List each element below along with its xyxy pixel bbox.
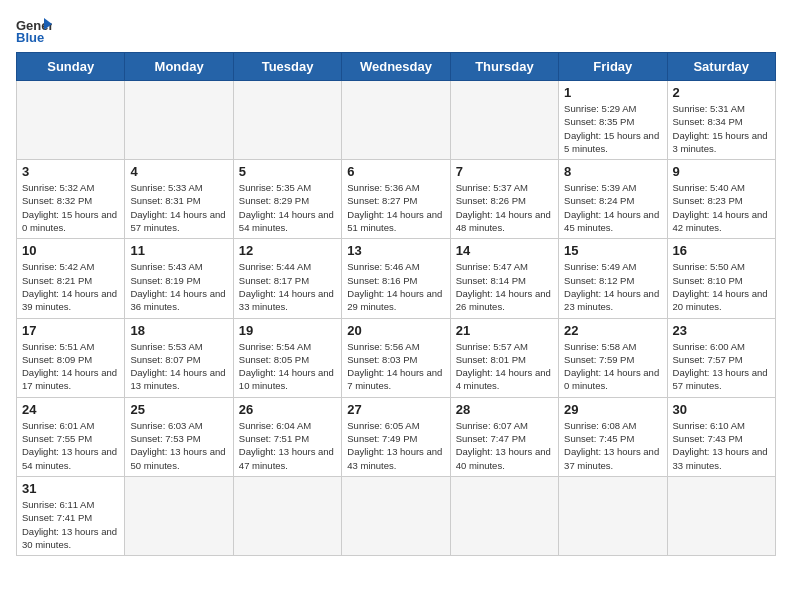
day-header-tuesday: Tuesday	[233, 53, 341, 81]
calendar-week-6: 31Sunrise: 6:11 AM Sunset: 7:41 PM Dayli…	[17, 476, 776, 555]
day-header-friday: Friday	[559, 53, 667, 81]
calendar-cell	[233, 476, 341, 555]
calendar-cell: 13Sunrise: 5:46 AM Sunset: 8:16 PM Dayli…	[342, 239, 450, 318]
day-number: 24	[22, 402, 119, 417]
cell-sun-info: Sunrise: 6:11 AM Sunset: 7:41 PM Dayligh…	[22, 498, 119, 551]
day-number: 26	[239, 402, 336, 417]
calendar-cell	[450, 476, 558, 555]
day-number: 17	[22, 323, 119, 338]
day-header-monday: Monday	[125, 53, 233, 81]
cell-sun-info: Sunrise: 5:44 AM Sunset: 8:17 PM Dayligh…	[239, 260, 336, 313]
day-number: 30	[673, 402, 770, 417]
calendar-cell: 10Sunrise: 5:42 AM Sunset: 8:21 PM Dayli…	[17, 239, 125, 318]
calendar-cell	[667, 476, 775, 555]
day-number: 23	[673, 323, 770, 338]
day-number: 29	[564, 402, 661, 417]
calendar-cell: 14Sunrise: 5:47 AM Sunset: 8:14 PM Dayli…	[450, 239, 558, 318]
cell-sun-info: Sunrise: 6:03 AM Sunset: 7:53 PM Dayligh…	[130, 419, 227, 472]
calendar-week-1: 1Sunrise: 5:29 AM Sunset: 8:35 PM Daylig…	[17, 81, 776, 160]
calendar-table: SundayMondayTuesdayWednesdayThursdayFrid…	[16, 52, 776, 556]
cell-sun-info: Sunrise: 6:05 AM Sunset: 7:49 PM Dayligh…	[347, 419, 444, 472]
day-number: 7	[456, 164, 553, 179]
calendar-week-2: 3Sunrise: 5:32 AM Sunset: 8:32 PM Daylig…	[17, 160, 776, 239]
calendar-cell: 17Sunrise: 5:51 AM Sunset: 8:09 PM Dayli…	[17, 318, 125, 397]
day-number: 3	[22, 164, 119, 179]
cell-sun-info: Sunrise: 5:51 AM Sunset: 8:09 PM Dayligh…	[22, 340, 119, 393]
cell-sun-info: Sunrise: 5:53 AM Sunset: 8:07 PM Dayligh…	[130, 340, 227, 393]
calendar-cell: 1Sunrise: 5:29 AM Sunset: 8:35 PM Daylig…	[559, 81, 667, 160]
day-number: 28	[456, 402, 553, 417]
day-number: 5	[239, 164, 336, 179]
cell-sun-info: Sunrise: 6:04 AM Sunset: 7:51 PM Dayligh…	[239, 419, 336, 472]
calendar-cell: 15Sunrise: 5:49 AM Sunset: 8:12 PM Dayli…	[559, 239, 667, 318]
day-number: 27	[347, 402, 444, 417]
day-number: 18	[130, 323, 227, 338]
cell-sun-info: Sunrise: 6:00 AM Sunset: 7:57 PM Dayligh…	[673, 340, 770, 393]
calendar-week-5: 24Sunrise: 6:01 AM Sunset: 7:55 PM Dayli…	[17, 397, 776, 476]
calendar-cell: 27Sunrise: 6:05 AM Sunset: 7:49 PM Dayli…	[342, 397, 450, 476]
calendar-cell: 12Sunrise: 5:44 AM Sunset: 8:17 PM Dayli…	[233, 239, 341, 318]
calendar-cell: 26Sunrise: 6:04 AM Sunset: 7:51 PM Dayli…	[233, 397, 341, 476]
calendar-cell: 2Sunrise: 5:31 AM Sunset: 8:34 PM Daylig…	[667, 81, 775, 160]
cell-sun-info: Sunrise: 5:46 AM Sunset: 8:16 PM Dayligh…	[347, 260, 444, 313]
cell-sun-info: Sunrise: 5:33 AM Sunset: 8:31 PM Dayligh…	[130, 181, 227, 234]
calendar-cell: 29Sunrise: 6:08 AM Sunset: 7:45 PM Dayli…	[559, 397, 667, 476]
day-header-saturday: Saturday	[667, 53, 775, 81]
day-number: 4	[130, 164, 227, 179]
cell-sun-info: Sunrise: 5:43 AM Sunset: 8:19 PM Dayligh…	[130, 260, 227, 313]
calendar-cell	[233, 81, 341, 160]
cell-sun-info: Sunrise: 6:01 AM Sunset: 7:55 PM Dayligh…	[22, 419, 119, 472]
calendar-header-row: SundayMondayTuesdayWednesdayThursdayFrid…	[17, 53, 776, 81]
day-header-wednesday: Wednesday	[342, 53, 450, 81]
day-number: 15	[564, 243, 661, 258]
calendar-cell: 22Sunrise: 5:58 AM Sunset: 7:59 PM Dayli…	[559, 318, 667, 397]
cell-sun-info: Sunrise: 5:32 AM Sunset: 8:32 PM Dayligh…	[22, 181, 119, 234]
day-number: 6	[347, 164, 444, 179]
cell-sun-info: Sunrise: 5:35 AM Sunset: 8:29 PM Dayligh…	[239, 181, 336, 234]
day-header-sunday: Sunday	[17, 53, 125, 81]
calendar-cell	[559, 476, 667, 555]
calendar-cell	[342, 81, 450, 160]
calendar-cell: 23Sunrise: 6:00 AM Sunset: 7:57 PM Dayli…	[667, 318, 775, 397]
cell-sun-info: Sunrise: 5:57 AM Sunset: 8:01 PM Dayligh…	[456, 340, 553, 393]
calendar-cell: 25Sunrise: 6:03 AM Sunset: 7:53 PM Dayli…	[125, 397, 233, 476]
calendar-cell: 30Sunrise: 6:10 AM Sunset: 7:43 PM Dayli…	[667, 397, 775, 476]
calendar-cell	[450, 81, 558, 160]
cell-sun-info: Sunrise: 5:36 AM Sunset: 8:27 PM Dayligh…	[347, 181, 444, 234]
cell-sun-info: Sunrise: 5:49 AM Sunset: 8:12 PM Dayligh…	[564, 260, 661, 313]
calendar-cell: 28Sunrise: 6:07 AM Sunset: 7:47 PM Dayli…	[450, 397, 558, 476]
calendar-cell: 11Sunrise: 5:43 AM Sunset: 8:19 PM Dayli…	[125, 239, 233, 318]
calendar-cell: 31Sunrise: 6:11 AM Sunset: 7:41 PM Dayli…	[17, 476, 125, 555]
day-header-thursday: Thursday	[450, 53, 558, 81]
calendar-cell: 20Sunrise: 5:56 AM Sunset: 8:03 PM Dayli…	[342, 318, 450, 397]
day-number: 10	[22, 243, 119, 258]
calendar-cell: 6Sunrise: 5:36 AM Sunset: 8:27 PM Daylig…	[342, 160, 450, 239]
day-number: 20	[347, 323, 444, 338]
calendar-cell: 5Sunrise: 5:35 AM Sunset: 8:29 PM Daylig…	[233, 160, 341, 239]
cell-sun-info: Sunrise: 5:54 AM Sunset: 8:05 PM Dayligh…	[239, 340, 336, 393]
day-number: 8	[564, 164, 661, 179]
calendar-cell: 8Sunrise: 5:39 AM Sunset: 8:24 PM Daylig…	[559, 160, 667, 239]
calendar-cell: 7Sunrise: 5:37 AM Sunset: 8:26 PM Daylig…	[450, 160, 558, 239]
calendar-cell: 18Sunrise: 5:53 AM Sunset: 8:07 PM Dayli…	[125, 318, 233, 397]
cell-sun-info: Sunrise: 6:10 AM Sunset: 7:43 PM Dayligh…	[673, 419, 770, 472]
calendar-cell	[125, 81, 233, 160]
cell-sun-info: Sunrise: 5:56 AM Sunset: 8:03 PM Dayligh…	[347, 340, 444, 393]
calendar-cell: 24Sunrise: 6:01 AM Sunset: 7:55 PM Dayli…	[17, 397, 125, 476]
calendar-cell: 3Sunrise: 5:32 AM Sunset: 8:32 PM Daylig…	[17, 160, 125, 239]
day-number: 16	[673, 243, 770, 258]
page-header: General Blue	[16, 16, 776, 44]
calendar-cell	[342, 476, 450, 555]
cell-sun-info: Sunrise: 5:37 AM Sunset: 8:26 PM Dayligh…	[456, 181, 553, 234]
day-number: 25	[130, 402, 227, 417]
calendar-cell: 21Sunrise: 5:57 AM Sunset: 8:01 PM Dayli…	[450, 318, 558, 397]
cell-sun-info: Sunrise: 5:31 AM Sunset: 8:34 PM Dayligh…	[673, 102, 770, 155]
calendar-cell: 9Sunrise: 5:40 AM Sunset: 8:23 PM Daylig…	[667, 160, 775, 239]
day-number: 19	[239, 323, 336, 338]
calendar-cell	[17, 81, 125, 160]
calendar-cell	[125, 476, 233, 555]
day-number: 2	[673, 85, 770, 100]
day-number: 13	[347, 243, 444, 258]
cell-sun-info: Sunrise: 5:40 AM Sunset: 8:23 PM Dayligh…	[673, 181, 770, 234]
cell-sun-info: Sunrise: 5:42 AM Sunset: 8:21 PM Dayligh…	[22, 260, 119, 313]
